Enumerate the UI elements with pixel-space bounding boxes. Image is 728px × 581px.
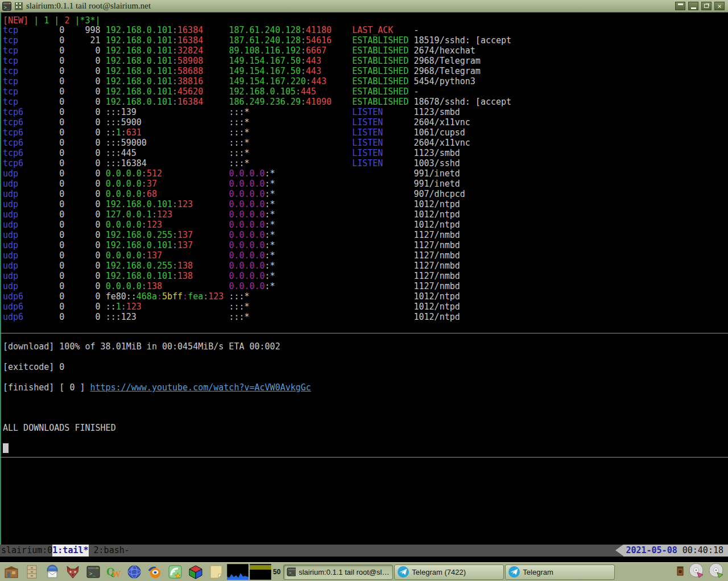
text-segment: 1127/nmbd xyxy=(414,250,460,261)
fox-icon[interactable] xyxy=(63,563,82,580)
text-segment xyxy=(352,220,413,230)
text-segment xyxy=(275,230,352,240)
color-cube-icon[interactable] xyxy=(186,563,205,580)
text-segment: 41090 xyxy=(306,97,332,107)
text-segment: :::139 xyxy=(106,107,136,117)
text-segment xyxy=(275,179,352,189)
taskbar-button-telegram-1[interactable]: Telegram (7422) xyxy=(394,564,504,580)
text-segment: 123 xyxy=(126,302,142,312)
writer-icon[interactable]: QW xyxy=(104,563,123,580)
text-segment: 0.0.0.0 xyxy=(229,168,264,179)
text-segment: : xyxy=(296,86,301,97)
text-segment: :::16384 xyxy=(106,158,147,168)
feed-reader-icon[interactable]: ★ xyxy=(166,563,185,580)
globe-icon[interactable] xyxy=(125,563,144,580)
text-segment: 192.168.0.101 xyxy=(106,76,172,86)
text-segment xyxy=(203,35,229,46)
text-segment: 58908 xyxy=(177,56,203,66)
text-segment: tcp6 xyxy=(3,148,28,158)
text-segment: 138 xyxy=(177,261,193,271)
close-button[interactable]: × xyxy=(714,2,725,10)
taskbar-button-telegram-2[interactable]: Telegram xyxy=(505,564,615,580)
text-segment: 0 0 xyxy=(28,250,105,261)
text-segment: 0 0 xyxy=(28,302,105,312)
text-segment: 631 xyxy=(126,127,142,138)
text-segment: :* xyxy=(265,209,275,220)
text-segment xyxy=(275,168,352,179)
text-segment: 123 xyxy=(208,291,224,302)
netstat-row: udp6 0 0 fe80::468a:5bff:fea:123 :::* 10… xyxy=(3,291,511,302)
minimize-button[interactable] xyxy=(688,2,698,10)
text-segment: LISTEN xyxy=(352,138,413,148)
text-segment: 192.168.0.101 xyxy=(106,199,172,209)
text-segment: : xyxy=(142,168,147,179)
text-segment: 0 0 xyxy=(28,271,105,281)
text-segment: 0 0 xyxy=(28,179,105,189)
file-cabinet-icon[interactable] xyxy=(22,563,42,580)
shade-button[interactable] xyxy=(675,2,685,10)
package-icon[interactable] xyxy=(676,565,685,579)
disk-eject-icon[interactable] xyxy=(688,562,705,581)
text-segment: :* xyxy=(265,189,275,199)
text-segment: 0.0.0.0 xyxy=(106,189,142,199)
text-segment: 187.61.240.128 xyxy=(229,25,300,35)
text-segment: 37 xyxy=(147,179,157,189)
netstat-row: udp 0 0 0.0.0.0:123 0.0.0.0:* 1012/ntpd xyxy=(3,220,511,230)
netstat-row: udp6 0 0 ::1:123 :::* 1012/ntpd xyxy=(3,302,511,312)
netstat-row: tcp6 0 0 :::16384 :::* LISTEN 1003/sshd xyxy=(3,158,511,168)
text-segment xyxy=(352,250,413,261)
text-segment: : xyxy=(301,56,306,66)
text-segment: 45620 xyxy=(177,86,203,97)
netstat-row: tcp6 0 0 :::445 :::* LISTEN 1123/smbd xyxy=(3,148,511,158)
terminal[interactable]: [NEW] | 1 | 2 |*3*| tcp 0 998 192.168.0.… xyxy=(0,13,728,545)
tmux-window-bash[interactable]: 2:bash- xyxy=(94,545,130,557)
tmux-status-bar: slairium:01:tail* 2:bash- 2021-05-08 00:… xyxy=(0,545,728,557)
text-segment: 2968/Telegram xyxy=(414,56,481,66)
text-segment: 1003/sshd xyxy=(414,158,460,168)
text-segment xyxy=(136,107,229,117)
window-titlebar[interactable]: >_ slairium:0.1.1 tail root@slairium.net… xyxy=(0,0,728,13)
disk-insert-icon[interactable] xyxy=(708,562,725,581)
maximize-icon xyxy=(704,4,709,8)
terminal-icon: >_ xyxy=(287,567,296,577)
text-segment: 0 0 xyxy=(28,66,105,76)
text-segment xyxy=(332,97,352,107)
text-segment: 0 0 xyxy=(28,312,105,322)
email-icon[interactable] xyxy=(43,563,62,580)
text-segment: 443 xyxy=(306,66,321,76)
tmux-window-tail-active[interactable]: 1:tail* xyxy=(52,545,88,557)
text-segment: 0.0.0.0 xyxy=(106,281,142,291)
system-monitor-widget[interactable] xyxy=(250,564,271,580)
maximize-button[interactable] xyxy=(701,2,712,10)
text-segment: 0 0 xyxy=(28,168,105,179)
text-segment xyxy=(136,312,229,322)
svg-text:>_: >_ xyxy=(4,5,10,10)
text-segment xyxy=(250,117,353,127)
home-icon[interactable] xyxy=(2,563,21,580)
text-segment: :* xyxy=(265,168,275,179)
text-segment: :::* xyxy=(229,312,249,322)
text-segment: LAST_ACK xyxy=(352,25,413,35)
text-segment: : xyxy=(172,199,177,209)
text-segment: : xyxy=(142,179,147,189)
text-segment xyxy=(332,25,352,35)
blender-icon[interactable] xyxy=(145,563,164,580)
network-monitor-widget[interactable] xyxy=(227,564,249,580)
text-segment: 0 0 xyxy=(28,240,105,250)
youtube-link[interactable]: https://www.youtube.com/watch?v=AcVW0Avk… xyxy=(90,382,311,393)
text-segment: tcp xyxy=(3,86,28,97)
text-segment: udp xyxy=(3,179,28,189)
taskbar-button-terminal[interactable]: >_ slairium:0.1.1 tail root@slairiu... xyxy=(283,564,393,580)
text-segment: 2604/x11vnc xyxy=(414,117,470,127)
text-segment xyxy=(193,271,229,281)
terminal-icon[interactable]: >_ xyxy=(84,563,103,580)
text-segment: 0.0.0.0 xyxy=(106,179,142,189)
text-segment: tcp xyxy=(3,46,28,56)
netstat-row: udp 0 0 192.168.0.255:138 0.0.0.0:* 1127… xyxy=(3,261,511,271)
text-segment: : xyxy=(142,281,147,291)
text-segment: 0 0 xyxy=(28,117,105,127)
text-segment: | xyxy=(49,15,64,26)
notes-icon[interactable] xyxy=(206,563,226,580)
exitcode-line: [exitcode] 0 xyxy=(3,362,64,372)
text-segment xyxy=(275,240,352,250)
